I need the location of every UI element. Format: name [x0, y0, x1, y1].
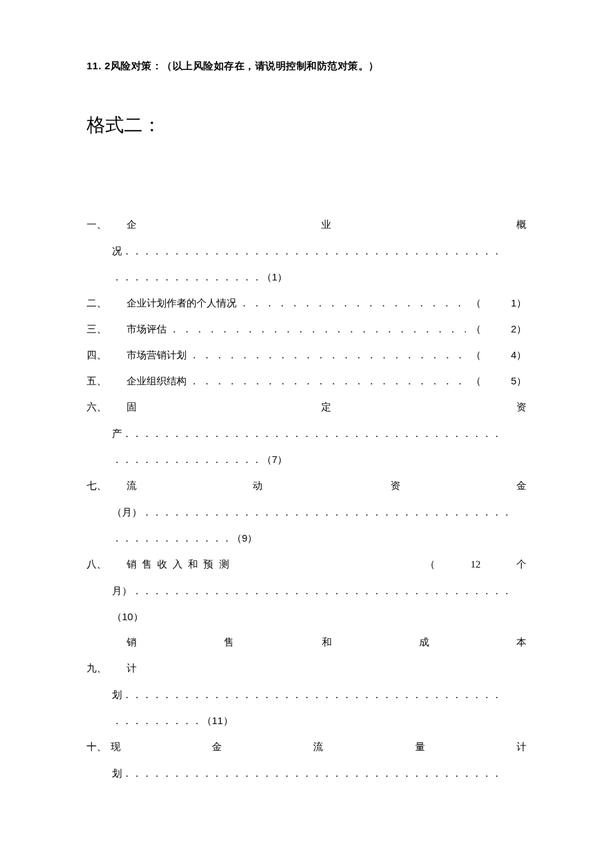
toc-page: （ 1） — [466, 290, 526, 316]
toc-item-9-cont: 划．．．．．．．．．．．．．．．．．．．．．．．．．．．．．．．．．．．．．． — [87, 681, 526, 707]
toc-item-2: 二、 企业计划作者的个人情况 ．．．．．．．．．．．．．．．．．．．．．．．．．… — [87, 290, 526, 316]
toc-text: 固 定 资 — [127, 394, 526, 420]
toc-text: 企 业 概 — [127, 212, 526, 238]
toc-dots: ．．．．．．．．．．．．．．．．．．．．．．．．．．．．．．．．．．．．．．．．… — [167, 316, 466, 342]
section-11-2: 11. 2风险对策：（以上风险如存在，请说明控制和防范对策。） — [87, 60, 526, 73]
toc-item-8-cont: 月）．．．．．．．．．．．．．．．．．．．．．．．．．．．．．．．．．．．．．． — [87, 578, 526, 604]
toc-item-1-cont: 况．．．．．．．．．．．．．．．．．．．．．．．．．．．．．．．．．．．．．． — [87, 238, 526, 264]
toc-num: 八、 — [87, 551, 127, 577]
toc-num: 九、 — [87, 655, 127, 681]
toc-dots: ．．．．．．．．．．．．．．．．．．．．．．．．．．．．．．．．．．．．．．．．… — [187, 342, 466, 368]
toc-text: 销 售 收 入 和 预 测 （ 12 个 — [127, 552, 526, 578]
toc-item-9-page: ．．．．．．．．．（11） — [87, 707, 526, 733]
toc-item-8: 八、销 售 收 入 和 预 测 （ 12 个 — [87, 551, 526, 578]
toc-item-6-cont: 产．．．．．．．．．．．．．．．．．．．．．．．．．．．．．．．．．．．．．． — [87, 420, 526, 446]
toc-num: 四、 — [87, 342, 127, 368]
format-two-heading: 格式二： — [87, 113, 526, 138]
toc-dots: ．．．．．．．．．．．．．．．．．．．．．．．．．．．．．．．．．．．．．．．．… — [187, 368, 466, 394]
toc-num: 五、 — [87, 368, 127, 394]
toc-num: 七、 — [87, 472, 127, 498]
toc-item-3: 三、 市场评估 ．．．．．．．．．．．．．．．．．．．．．．．．．．．．．．．．… — [87, 316, 526, 342]
toc-label: 市场评估 — [127, 316, 167, 342]
toc-label: 市场营销计划 — [127, 342, 187, 368]
toc-item-5: 五、 企业组织结构 ．．．．．．．．．．．．．．．．．．．．．．．．．．．．．．… — [87, 368, 526, 394]
toc-item-1: 一、企 业 概 — [87, 211, 526, 238]
toc-item-1-page: ．．．．．．．．．．．．．．．（1） — [87, 264, 526, 290]
toc-page: （ 5） — [466, 368, 526, 394]
toc-item-8-page: （10） — [87, 604, 526, 630]
toc-dots: ．．．．．．．．．．．．．．．．．．．．．．．．．．．．．．．．．．．．．． — [237, 290, 466, 316]
toc-item-6-page: ．．．．．．．．．．．．．．．（7） — [87, 446, 526, 472]
toc-num: 一、 — [87, 211, 127, 237]
toc-item-10-cont: 划．．．．．．．．．．．．．．．．．．．．．．．．．．．．．．．．．．．．．． — [87, 760, 526, 786]
toc-text: 现 金 流 量 计 — [111, 734, 526, 760]
toc-num: 十、 — [87, 733, 111, 759]
toc-num: 二、 — [87, 290, 127, 316]
toc-item-9: 九、销 售 和 成 本 计 — [87, 630, 526, 681]
toc-item-10: 十、现 金 流 量 计 — [87, 733, 526, 760]
toc-text: 销 售 和 成 本 计 — [127, 630, 526, 681]
toc-num: 六、 — [87, 394, 127, 420]
toc-label: 企业组织结构 — [127, 368, 187, 394]
toc-label: 企业计划作者的个人情况 — [127, 290, 237, 316]
toc-text: 流 动 资 金 — [127, 473, 526, 499]
toc-item-4: 四、 市场营销计划 ．．．．．．．．．．．．．．．．．．．．．．．．．．．．．．… — [87, 342, 526, 368]
toc-item-7: 七、流 动 资 金 — [87, 472, 526, 499]
toc-num: 三、 — [87, 316, 127, 342]
toc-item-7-page: ．．．．．．．．．．．．（9） — [87, 525, 526, 551]
toc-page: （ 4） — [466, 342, 526, 368]
toc-item-6: 六、固 定 资 — [87, 394, 526, 420]
toc-item-7-cont: （月）．．．．．．．．．．．．．．．．．．．．．．．．．．．．．．．．．．．．． — [87, 499, 526, 525]
toc-page: （ 2） — [466, 316, 526, 342]
